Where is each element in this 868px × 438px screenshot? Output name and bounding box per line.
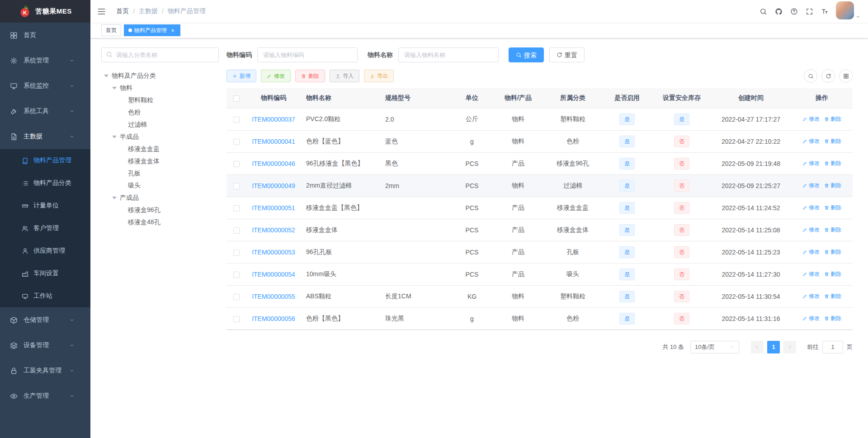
tree-node[interactable]: 物料及产品分类: [101, 70, 219, 82]
table-row[interactable]: ITEM0000005410mm吸头PCS产品吸头是否2022-05-14 11…: [226, 263, 853, 285]
row-delete-link[interactable]: 删除: [824, 204, 841, 212]
table-row[interactable]: ITEM00000037PVC2.0颗粒2.0公斤物料塑料颗粒是是2022-04…: [226, 108, 853, 130]
row-checkbox[interactable]: [233, 205, 240, 212]
sidebar-item-system-management[interactable]: 系统管理: [0, 48, 90, 73]
sidebar-subitem-material-product-management[interactable]: 物料产品管理: [0, 149, 90, 172]
item-code-link[interactable]: ITEM00000041: [252, 138, 295, 145]
column-header-code[interactable]: 物料编码: [246, 88, 301, 108]
item-code-link[interactable]: ITEM00000056: [252, 315, 295, 322]
tree-node[interactable]: 塑料颗粒: [101, 94, 219, 106]
github-icon[interactable]: [771, 0, 786, 23]
column-header-actions[interactable]: 操作: [791, 88, 853, 108]
delete-button[interactable]: 删除: [295, 70, 325, 82]
row-checkbox[interactable]: [233, 294, 240, 300]
caret-down-icon[interactable]: [112, 197, 117, 199]
sidebar-subitem-measure-unit[interactable]: 计量单位: [0, 194, 90, 217]
avatar[interactable]: [836, 1, 854, 19]
row-delete-link[interactable]: 删除: [824, 226, 841, 234]
tree-node[interactable]: 孔板: [101, 167, 219, 179]
logo[interactable]: K 苦糖果MES: [0, 0, 90, 23]
question-icon[interactable]: [786, 0, 802, 23]
row-checkbox[interactable]: [233, 161, 240, 167]
row-edit-link[interactable]: 修改: [802, 182, 820, 189]
row-delete-link[interactable]: 删除: [824, 182, 841, 189]
user-menu[interactable]: [836, 1, 861, 21]
edit-button[interactable]: 修改: [261, 70, 291, 82]
fullscreen-icon[interactable]: [802, 0, 817, 23]
page-size-select[interactable]: 10条/页: [690, 341, 739, 353]
table-row[interactable]: ITEM00000052移液盒盒体PCS产品移液盒盒体是否2022-05-14 …: [226, 219, 853, 241]
caret-down-icon[interactable]: [112, 136, 117, 138]
row-edit-link[interactable]: 修改: [802, 160, 820, 167]
toggle-columns-button[interactable]: [839, 69, 853, 83]
goto-page-input[interactable]: [822, 341, 843, 353]
row-edit-link[interactable]: 修改: [802, 137, 820, 145]
search-icon[interactable]: [755, 0, 771, 23]
row-edit-link[interactable]: 修改: [802, 315, 820, 322]
tree-node[interactable]: 产成品: [101, 192, 219, 204]
row-delete-link[interactable]: 删除: [824, 292, 841, 300]
next-page-button[interactable]: [783, 341, 796, 353]
sidebar-subitem-supplier-management[interactable]: 供应商管理: [0, 240, 90, 262]
row-checkbox[interactable]: [233, 183, 240, 189]
row-edit-link[interactable]: 修改: [802, 115, 820, 123]
caret-down-icon[interactable]: [112, 87, 117, 89]
page-1-button[interactable]: 1: [767, 341, 780, 353]
table-row[interactable]: ITEM0000004696孔移液盒【黑色】黑色PCS产品移液盒96孔是否202…: [226, 152, 853, 174]
tree-node[interactable]: 移液盒盒体: [101, 155, 219, 167]
sidebar-item-equipment-management[interactable]: 设备管理: [0, 333, 90, 358]
table-row[interactable]: ITEM00000041色粉【蓝色】蓝色g物料色粉是否2022-04-27 22…: [226, 130, 853, 152]
table-row[interactable]: ITEM000000492mm直径过滤棉2mmPCS物料过滤棉是否2022-05…: [226, 174, 853, 197]
row-delete-link[interactable]: 删除: [824, 115, 841, 123]
search-button[interactable]: 搜索: [509, 47, 544, 62]
tree-node[interactable]: 过滤棉: [101, 118, 219, 131]
table-row[interactable]: ITEM00000055ABS颗粒长度1CMKG物料塑料颗粒是否2022-05-…: [226, 285, 853, 307]
row-edit-link[interactable]: 修改: [802, 270, 820, 278]
select-all-checkbox[interactable]: [233, 95, 240, 102]
column-header-unit[interactable]: 单位: [452, 88, 492, 108]
row-edit-link[interactable]: 修改: [802, 292, 820, 300]
breadcrumb-item[interactable]: 首页: [116, 7, 129, 15]
add-button[interactable]: 新增: [226, 70, 256, 82]
category-search-input[interactable]: [101, 47, 219, 62]
sidebar-subitem-material-product-category[interactable]: 物料产品分类: [0, 172, 90, 194]
row-delete-link[interactable]: 删除: [824, 315, 841, 322]
sidebar-item-production-management[interactable]: 生产管理: [0, 383, 90, 409]
item-code-link[interactable]: ITEM00000051: [252, 204, 295, 212]
row-checkbox[interactable]: [233, 117, 240, 123]
item-code-link[interactable]: ITEM00000037: [252, 116, 295, 123]
tree-node[interactable]: 色粉: [101, 106, 219, 118]
close-icon[interactable]: ×: [170, 27, 176, 33]
column-header-spec[interactable]: 规格型号: [380, 88, 452, 108]
name-filter-input[interactable]: [398, 47, 499, 62]
item-code-link[interactable]: ITEM00000052: [252, 226, 295, 234]
sidebar-item-warehouse-management[interactable]: 仓储管理: [0, 307, 90, 333]
export-button[interactable]: 导出: [364, 70, 394, 82]
column-header-created[interactable]: 创建时间: [711, 88, 791, 108]
sidebar-item-fixture-management[interactable]: 工装夹具管理: [0, 358, 90, 383]
sidebar-subitem-workstation[interactable]: 工作站: [0, 285, 90, 307]
table-row[interactable]: ITEM00000051移液盒盒盖【黑色】PCS产品移液盒盒盖是否2022-05…: [226, 197, 853, 219]
row-delete-link[interactable]: 删除: [824, 160, 841, 167]
row-checkbox[interactable]: [233, 316, 240, 322]
column-header-name[interactable]: 物料名称: [301, 88, 380, 108]
tree-node[interactable]: 移液盒盒盖: [101, 143, 219, 155]
table-row[interactable]: ITEM00000056色粉【黑色】珠光黑g物料色粉是否2022-05-14 1…: [226, 307, 853, 330]
tab-home[interactable]: 首页: [101, 24, 121, 36]
menu-fold-icon[interactable]: [90, 0, 113, 23]
item-code-link[interactable]: ITEM00000054: [252, 271, 295, 278]
column-header-enabled[interactable]: 是否启用: [601, 88, 653, 108]
item-code-link[interactable]: ITEM00000046: [252, 160, 295, 167]
tree-node[interactable]: 移液盒48孔: [101, 216, 219, 228]
column-header-category[interactable]: 所属分类: [544, 88, 601, 108]
sidebar-item-home[interactable]: 首页: [0, 23, 90, 48]
code-filter-input[interactable]: [257, 47, 358, 62]
row-checkbox[interactable]: [233, 139, 240, 145]
reset-button[interactable]: 重置: [549, 47, 585, 62]
tree-node[interactable]: 半成品: [101, 131, 219, 143]
caret-down-icon[interactable]: [104, 75, 108, 77]
sidebar-subitem-customer-management[interactable]: 客户管理: [0, 217, 90, 240]
tab-material-product-management[interactable]: 物料产品管理×: [124, 24, 180, 36]
table-row[interactable]: ITEM0000005396孔孔板PCS产品孔板是否2022-05-14 11:…: [226, 241, 853, 263]
row-edit-link[interactable]: 修改: [802, 204, 820, 212]
